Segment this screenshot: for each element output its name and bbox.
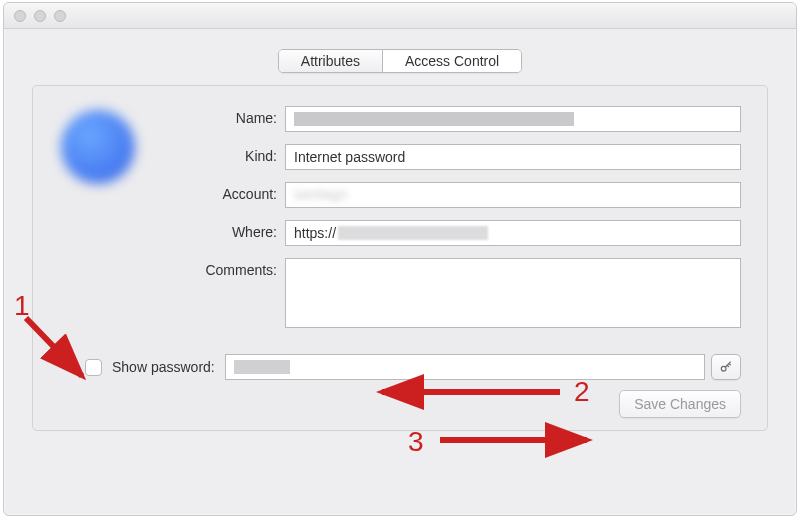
reveal-password-button[interactable] — [711, 354, 741, 380]
annotation-arrow-3 — [432, 432, 602, 452]
kind-field[interactable] — [285, 144, 741, 170]
show-password-label: Show password: — [112, 359, 223, 375]
name-label: Name: — [189, 106, 285, 126]
account-field[interactable]: santiago — [285, 182, 741, 208]
zoom-icon[interactable] — [54, 10, 66, 22]
attributes-panel: Name: Kind: Account: santiago Where: htt… — [32, 85, 768, 431]
redacted-host — [338, 226, 488, 240]
key-icon — [719, 360, 733, 374]
tab-attributes[interactable]: Attributes — [279, 50, 382, 72]
redacted-account: santiago — [294, 186, 347, 202]
comments-field[interactable] — [285, 258, 741, 328]
password-field[interactable] — [225, 354, 705, 380]
redacted-password — [234, 360, 290, 374]
traffic-lights — [14, 10, 66, 22]
annotation-arrow-1 — [20, 302, 110, 392]
close-icon[interactable] — [14, 10, 26, 22]
annotation-arrow-2 — [370, 384, 570, 404]
tab-access-control[interactable]: Access Control — [382, 50, 521, 72]
comments-label: Comments: — [189, 258, 285, 278]
tab-bar: Attributes Access Control — [4, 29, 796, 85]
titlebar — [4, 3, 796, 29]
where-prefix: https:// — [294, 225, 336, 241]
redacted-name — [294, 112, 574, 126]
save-changes-button[interactable]: Save Changes — [619, 390, 741, 418]
where-label: Where: — [189, 220, 285, 240]
svg-point-0 — [721, 366, 726, 371]
account-label: Account: — [189, 182, 285, 202]
minimize-icon[interactable] — [34, 10, 46, 22]
kind-label: Kind: — [189, 144, 285, 164]
name-field[interactable] — [285, 106, 741, 132]
where-field[interactable]: https:// — [285, 220, 741, 246]
item-icon — [61, 110, 135, 184]
svg-line-1 — [26, 318, 82, 376]
